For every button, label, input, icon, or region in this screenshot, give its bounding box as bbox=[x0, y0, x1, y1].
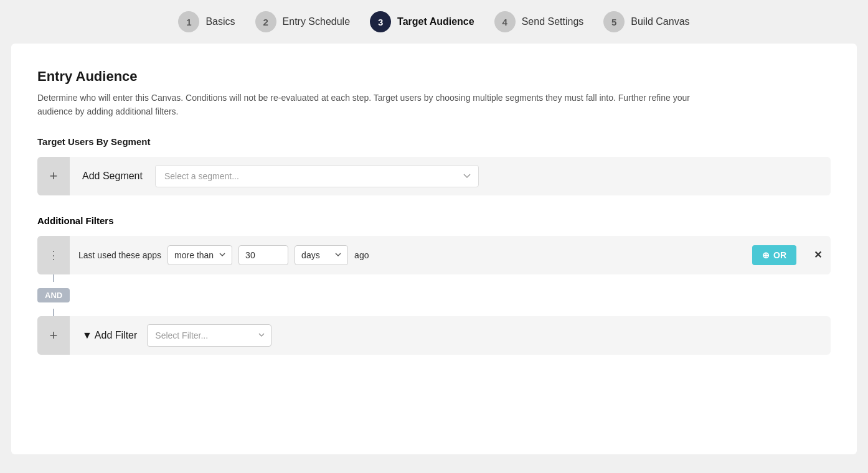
and-line-top bbox=[53, 274, 54, 282]
and-connector: AND bbox=[37, 288, 831, 302]
filter-unit-select[interactable]: days weeks months bbox=[295, 245, 348, 265]
step-label-build-canvas: Build Canvas bbox=[631, 16, 689, 27]
additional-filters-title: Additional Filters bbox=[37, 215, 831, 226]
filter-funnel-icon: ▼ bbox=[82, 330, 92, 341]
step-circle-send-settings: 4 bbox=[494, 11, 516, 32]
step-build-canvas[interactable]: 5 Build Canvas bbox=[603, 11, 689, 32]
step-target-audience[interactable]: 3 Target Audience bbox=[370, 11, 474, 32]
step-circle-build-canvas: 5 bbox=[603, 11, 625, 32]
step-send-settings[interactable]: 4 Send Settings bbox=[494, 11, 584, 32]
step-label-target-audience: Target Audience bbox=[397, 16, 474, 27]
stepper: 1 Basics 2 Entry Schedule 3 Target Audie… bbox=[0, 0, 868, 44]
filter-row: ⋮ Last used these apps more than less th… bbox=[37, 236, 831, 274]
segment-select[interactable]: Select a segment... bbox=[155, 165, 479, 187]
main-card: Entry Audience Determine who will enter … bbox=[11, 44, 857, 454]
filter-number-input[interactable] bbox=[238, 245, 288, 265]
add-segment-plus-btn[interactable]: + bbox=[37, 157, 70, 195]
filter-placeholder-select[interactable]: Select Filter... bbox=[147, 324, 271, 347]
filter-ago-text: ago bbox=[354, 250, 369, 260]
or-button[interactable]: ⊕ OR bbox=[752, 245, 796, 265]
step-label-entry-schedule: Entry Schedule bbox=[283, 16, 351, 27]
and-line-bottom bbox=[53, 309, 54, 316]
step-label-send-settings: Send Settings bbox=[522, 16, 584, 27]
step-label-basics: Basics bbox=[205, 16, 235, 27]
section-title: Entry Audience bbox=[37, 68, 831, 85]
drag-handle[interactable]: ⋮ bbox=[37, 236, 70, 274]
or-plus-icon: ⊕ bbox=[762, 250, 770, 260]
step-circle-entry-schedule: 2 bbox=[255, 11, 276, 32]
remove-filter-button[interactable]: ✕ bbox=[805, 249, 831, 261]
filter-field-label: Last used these apps bbox=[78, 250, 161, 260]
filter-condition-select[interactable]: more than less than exactly bbox=[167, 245, 232, 265]
step-entry-schedule[interactable]: 2 Entry Schedule bbox=[255, 11, 351, 32]
section-desc: Determine who will enter this Canvas. Co… bbox=[37, 91, 722, 119]
step-circle-target-audience: 3 bbox=[370, 11, 391, 32]
step-basics[interactable]: 1 Basics bbox=[178, 11, 235, 32]
add-filter-row: + ▼ Add Filter Select Filter... bbox=[37, 316, 831, 355]
add-filter-label: ▼ Add Filter bbox=[82, 330, 137, 341]
target-users-label: Target Users By Segment bbox=[37, 136, 831, 147]
add-segment-label: Add Segment bbox=[82, 171, 143, 182]
add-segment-row: + Add Segment Select a segment... bbox=[37, 157, 831, 195]
step-circle-basics: 1 bbox=[178, 11, 199, 32]
filter-content: Last used these apps more than less than… bbox=[70, 239, 805, 271]
add-filter-plus-btn[interactable]: + bbox=[37, 316, 70, 355]
and-badge: AND bbox=[37, 288, 70, 302]
